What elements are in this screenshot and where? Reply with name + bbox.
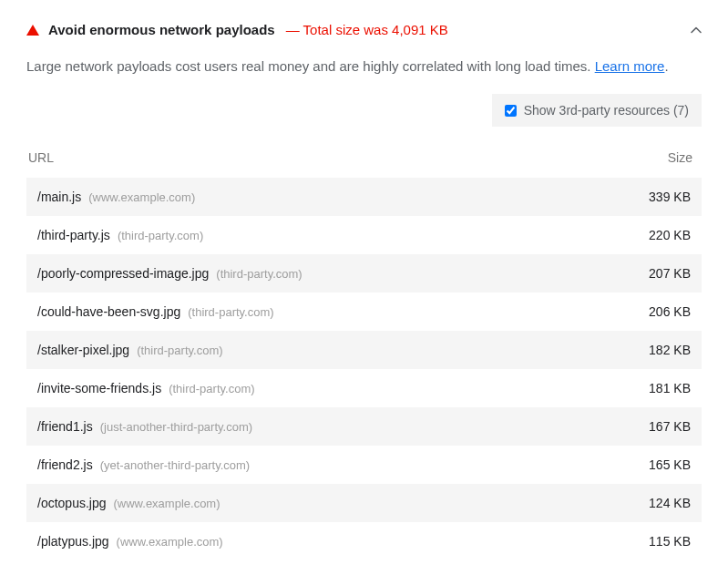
resource-url: /friend2.js (yet-another-third-party.com… xyxy=(37,457,250,472)
resource-size: 124 KB xyxy=(649,496,691,510)
resource-path: /stalker-pixel.jpg xyxy=(37,343,129,357)
resource-path: /friend2.js xyxy=(37,457,93,472)
resource-size: 115 KB xyxy=(649,534,691,549)
resource-url: /main.js (www.example.com) xyxy=(37,190,195,204)
resource-origin: (third-party.com) xyxy=(137,344,222,357)
resource-path: /poorly-compressed-image.jpg xyxy=(37,266,209,281)
resource-size: 167 KB xyxy=(649,419,691,434)
audit-summary: Total size was 4,091 KB xyxy=(286,22,448,37)
table-row: /invite-some-friends.js (third-party.com… xyxy=(26,369,702,407)
table-row: /main.js (www.example.com) 339 KB xyxy=(26,178,702,216)
table-body: /main.js (www.example.com) 339 KB /third… xyxy=(26,178,702,560)
resource-origin: (just-another-third-party.com) xyxy=(100,420,252,434)
third-party-filter-label: Show 3rd-party resources (7) xyxy=(524,103,689,118)
table-row: /friend1.js (just-another-third-party.co… xyxy=(26,407,702,446)
filter-row: Show 3rd-party resources (7) xyxy=(26,94,702,127)
resource-size: 207 KB xyxy=(649,266,691,281)
size-column-header: Size xyxy=(668,150,692,165)
learn-more-link[interactable]: Learn more xyxy=(595,58,665,74)
resource-url: /stalker-pixel.jpg (third-party.com) xyxy=(37,343,223,357)
resource-url: /friend1.js (just-another-third-party.co… xyxy=(37,419,252,434)
resource-path: /third-party.js xyxy=(37,228,110,242)
resource-size: 339 KB xyxy=(649,190,691,204)
resource-origin: (yet-another-third-party.com) xyxy=(100,458,250,472)
resource-size: 165 KB xyxy=(649,457,691,472)
resource-url: /third-party.js (third-party.com) xyxy=(37,228,203,242)
audit-description-text: Large network payloads cost users real m… xyxy=(26,58,595,74)
resource-path: /friend1.js xyxy=(37,419,93,434)
url-column-header: URL xyxy=(28,150,54,165)
table-row: /could-have-been-svg.jpg (third-party.co… xyxy=(26,293,702,331)
table-row: /poorly-compressed-image.jpg (third-part… xyxy=(26,254,702,293)
resource-origin: (third-party.com) xyxy=(169,382,254,395)
table-row: /octopus.jpg (www.example.com) 124 KB xyxy=(26,484,702,522)
resource-url: /poorly-compressed-image.jpg (third-part… xyxy=(37,266,302,281)
resource-path: /platypus.jpg xyxy=(37,534,109,549)
audit-description-period: . xyxy=(664,58,668,74)
resource-size: 206 KB xyxy=(649,304,691,319)
table-row: /friend2.js (yet-another-third-party.com… xyxy=(26,446,702,484)
resource-size: 181 KB xyxy=(649,381,691,395)
resource-origin: (www.example.com) xyxy=(117,535,223,549)
resource-path: /main.js xyxy=(37,190,81,204)
table-row: /third-party.js (third-party.com) 220 KB xyxy=(26,216,702,254)
resource-url: /octopus.jpg (www.example.com) xyxy=(37,496,220,510)
warning-triangle-icon xyxy=(26,25,39,36)
audit-title: Avoid enormous network payloads xyxy=(48,22,275,37)
resource-url: /could-have-been-svg.jpg (third-party.co… xyxy=(37,304,274,319)
resource-url: /platypus.jpg (www.example.com) xyxy=(37,534,223,549)
resource-path: /could-have-been-svg.jpg xyxy=(37,304,180,319)
resource-path: /octopus.jpg xyxy=(37,496,107,510)
audit-description: Large network payloads cost users real m… xyxy=(26,56,702,77)
table-row: /platypus.jpg (www.example.com) 115 KB xyxy=(26,522,702,560)
resource-size: 220 KB xyxy=(649,228,691,242)
third-party-checkbox[interactable] xyxy=(505,105,517,117)
resource-origin: (third-party.com) xyxy=(118,229,203,242)
audit-header[interactable]: Avoid enormous network payloads Total si… xyxy=(26,18,702,41)
resource-origin: (www.example.com) xyxy=(88,190,195,204)
third-party-filter[interactable]: Show 3rd-party resources (7) xyxy=(492,94,702,127)
resource-origin: (third-party.com) xyxy=(216,267,302,281)
chevron-up-icon[interactable] xyxy=(691,25,702,36)
resource-url: /invite-some-friends.js (third-party.com… xyxy=(37,381,255,395)
table-header: URL Size xyxy=(26,143,702,172)
resource-size: 182 KB xyxy=(649,343,691,357)
table-row: /stalker-pixel.jpg (third-party.com) 182… xyxy=(26,331,702,369)
resource-origin: (third-party.com) xyxy=(188,305,273,319)
resource-path: /invite-some-friends.js xyxy=(37,381,161,395)
resource-origin: (www.example.com) xyxy=(114,497,220,510)
